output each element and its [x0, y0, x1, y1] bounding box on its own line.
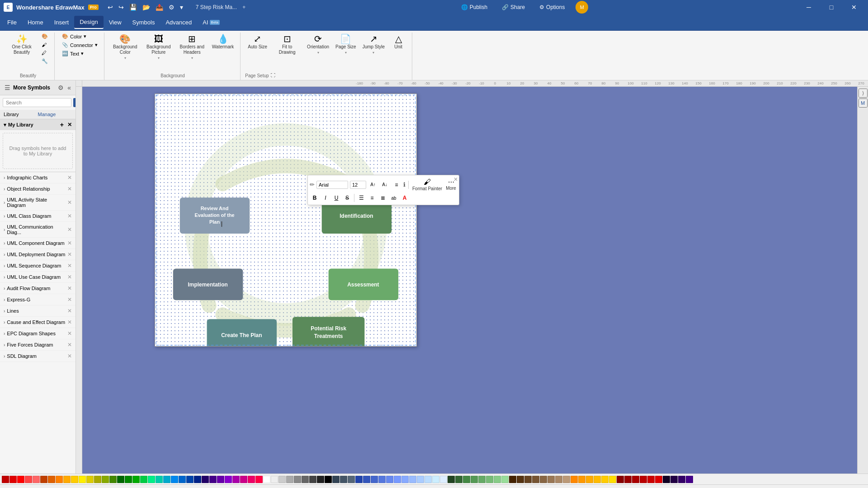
- library-item[interactable]: ›Cause and Effect Diagram✕: [0, 317, 75, 328]
- color-swatch[interactable]: [278, 476, 286, 483]
- share-icon-button[interactable]: 📤: [154, 3, 165, 12]
- color-swatch[interactable]: [263, 476, 270, 483]
- library-item-close[interactable]: ✕: [67, 199, 72, 206]
- color-swatch[interactable]: [2, 476, 9, 483]
- fit-to-drawing-button[interactable]: ⊡ Fit to Drawing: [271, 33, 303, 57]
- library-item[interactable]: ›Object Relationship✕: [0, 183, 75, 195]
- color-swatch[interactable]: [417, 476, 424, 483]
- color-swatch[interactable]: [432, 476, 439, 483]
- text-button[interactable]: 🔤 Text ▾: [59, 50, 100, 57]
- library-item-close[interactable]: ✕: [67, 308, 72, 314]
- color-swatch[interactable]: [332, 476, 340, 483]
- color-swatch[interactable]: [148, 476, 155, 483]
- font-color-button[interactable]: A: [400, 193, 410, 203]
- font-select[interactable]: [316, 181, 348, 189]
- background-color-button[interactable]: 🎨 Background Color ▾: [109, 33, 142, 62]
- color-swatch[interactable]: [686, 476, 693, 483]
- color-swatch[interactable]: [555, 476, 562, 483]
- format-toolbar-close[interactable]: ✕: [453, 176, 458, 183]
- library-item-close[interactable]: ✕: [67, 213, 72, 219]
- my-library-add-icon[interactable]: +: [60, 121, 64, 128]
- color-swatch[interactable]: [663, 476, 670, 483]
- new-tab-button[interactable]: +: [242, 4, 245, 10]
- panel-collapse-icon[interactable]: «: [66, 83, 72, 92]
- color-swatch[interactable]: [232, 476, 240, 483]
- color-swatch[interactable]: [94, 476, 101, 483]
- numbered-list-button[interactable]: ≡: [367, 193, 377, 203]
- library-item-close[interactable]: ✕: [67, 342, 72, 348]
- user-avatar[interactable]: M: [576, 1, 588, 14]
- color-swatch[interactable]: [386, 476, 393, 483]
- color-swatch[interactable]: [25, 476, 32, 483]
- color-swatch[interactable]: [647, 476, 655, 483]
- color-swatch[interactable]: [609, 476, 616, 483]
- color-swatch[interactable]: [217, 476, 224, 483]
- options-button[interactable]: ⚙ Options: [534, 2, 570, 12]
- color-swatch[interactable]: [240, 476, 247, 483]
- orientation-dropdown[interactable]: ▾: [317, 51, 319, 55]
- color-swatch[interactable]: [509, 476, 516, 483]
- color-swatch[interactable]: [670, 476, 678, 483]
- color-swatch[interactable]: [440, 476, 447, 483]
- color-swatch[interactable]: [317, 476, 324, 483]
- library-item-close[interactable]: ✕: [67, 251, 72, 258]
- minimize-button[interactable]: ─: [798, 0, 819, 14]
- code-button[interactable]: ab: [389, 193, 399, 203]
- borders-headers-button[interactable]: ⊞ Borders and Headers ▾: [176, 33, 208, 62]
- color-swatch[interactable]: [17, 476, 24, 483]
- color-swatch[interactable]: [255, 476, 263, 483]
- library-item[interactable]: ›Express-G✕: [0, 294, 75, 305]
- library-item-close[interactable]: ✕: [67, 240, 72, 246]
- format-painter-group[interactable]: 🖌 Format Painter: [411, 177, 443, 192]
- library-item[interactable]: ›EPC Diagram Shapes✕: [0, 328, 75, 339]
- library-item-close[interactable]: ✕: [67, 186, 72, 192]
- library-item-close[interactable]: ✕: [67, 319, 72, 325]
- save-button[interactable]: 💾: [127, 3, 139, 12]
- font-size-input[interactable]: [350, 181, 366, 189]
- color-swatch[interactable]: [640, 476, 647, 483]
- beautify-option-2[interactable]: 🖌: [39, 41, 51, 48]
- background-picture-button[interactable]: 🖼 Background Picture ▾: [142, 33, 175, 62]
- library-item[interactable]: ›Infographic Charts✕: [0, 172, 75, 183]
- color-swatch[interactable]: [348, 476, 355, 483]
- manage-button[interactable]: Manage: [38, 112, 72, 117]
- library-item[interactable]: ›Audit Flow Diagram✕: [0, 283, 75, 294]
- library-item[interactable]: ›Lines✕: [0, 305, 75, 317]
- color-swatch[interactable]: [463, 476, 470, 483]
- library-item[interactable]: ›UML Component Diagram✕: [0, 238, 75, 249]
- menu-insert[interactable]: Insert: [49, 16, 75, 28]
- maximize-button[interactable]: □: [821, 0, 842, 14]
- color-swatch[interactable]: [563, 476, 570, 483]
- color-swatch[interactable]: [209, 476, 217, 483]
- library-item[interactable]: ›UML Deployment Diagram✕: [0, 249, 75, 260]
- menu-design[interactable]: Design: [74, 16, 103, 29]
- color-swatch[interactable]: [171, 476, 178, 483]
- color-swatch[interactable]: [455, 476, 462, 483]
- drawing-canvas[interactable]: Review And Evaluation of the Plan Identi…: [155, 94, 417, 347]
- library-item-close[interactable]: ✕: [67, 285, 72, 291]
- color-swatch[interactable]: [63, 476, 71, 483]
- color-swatch[interactable]: [601, 476, 609, 483]
- color-swatch[interactable]: [117, 476, 124, 483]
- color-swatch[interactable]: [409, 476, 416, 483]
- one-click-beautify-button[interactable]: ✨ One Click Beautify: [5, 33, 38, 57]
- strikethrough-button[interactable]: S: [342, 193, 352, 203]
- color-swatch[interactable]: [494, 476, 501, 483]
- color-button[interactable]: 🎨 Color ▾: [59, 33, 100, 40]
- decrease-font-button[interactable]: A↓: [380, 180, 390, 190]
- color-swatch[interactable]: [401, 476, 409, 483]
- connector-button[interactable]: 📎 Connector ▾: [59, 41, 100, 49]
- color-swatch[interactable]: [202, 476, 209, 483]
- library-item-close[interactable]: ✕: [67, 353, 72, 359]
- close-button[interactable]: ✕: [844, 0, 864, 14]
- library-item[interactable]: ›UML Sequence Diagram✕: [0, 260, 75, 272]
- color-swatch[interactable]: [102, 476, 109, 483]
- color-swatch[interactable]: [363, 476, 370, 483]
- quick-access-button[interactable]: ▾: [178, 3, 185, 12]
- color-swatch[interactable]: [678, 476, 685, 483]
- italic-button[interactable]: I: [321, 193, 330, 203]
- color-swatch[interactable]: [286, 476, 293, 483]
- panel-menu-icon[interactable]: ☰: [4, 83, 11, 92]
- watermark-button[interactable]: 💧 Watermark: [209, 33, 237, 52]
- panel-settings-icon[interactable]: ⚙: [57, 83, 65, 92]
